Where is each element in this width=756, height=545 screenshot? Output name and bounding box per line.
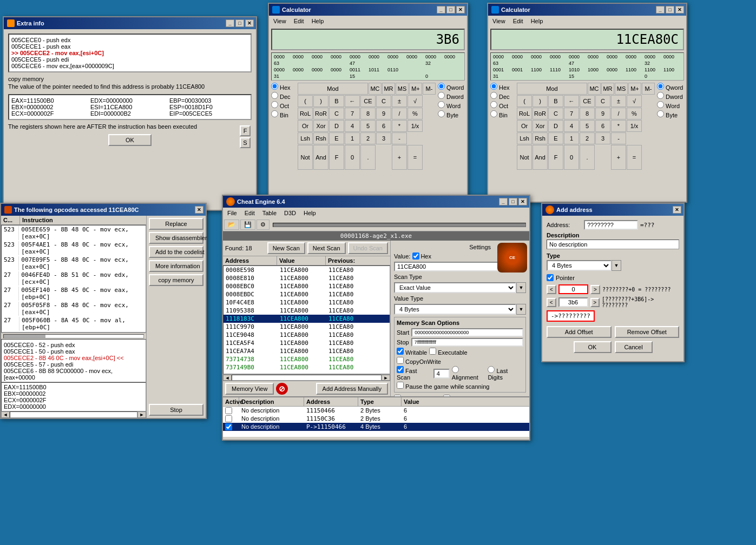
- calc-ror[interactable]: RoR: [313, 108, 328, 119]
- calc-1[interactable]: 1: [345, 132, 360, 144]
- fast-scan-input[interactable]: [433, 369, 450, 378]
- active-cb-3[interactable]: [225, 423, 232, 430]
- calc-r-close[interactable]: ): [533, 95, 548, 107]
- hex-checkbox-label[interactable]: Hex: [412, 252, 431, 260]
- f-button[interactable]: F: [240, 125, 251, 136]
- lower-hscroll[interactable]: ◄ ►: [1, 411, 146, 418]
- add-address-close[interactable]: ✕: [673, 206, 681, 214]
- stop-button[interactable]: Stop: [149, 404, 203, 416]
- pointer-row1-left[interactable]: <: [547, 285, 556, 294]
- extra-info-maximize[interactable]: □: [235, 19, 244, 27]
- radio-hex-r[interactable]: Hex: [490, 83, 515, 91]
- calc-r-9[interactable]: 9: [595, 108, 610, 119]
- calc-pct[interactable]: %: [407, 108, 423, 119]
- calc-8[interactable]: 8: [360, 108, 376, 119]
- radio-dword-r[interactable]: Dword: [657, 92, 684, 100]
- calc-6[interactable]: 6: [376, 120, 391, 132]
- calc-9[interactable]: 9: [376, 108, 391, 119]
- radio-hex[interactable]: Hex: [271, 83, 295, 91]
- show-disassembler-button[interactable]: Show disassembler: [149, 232, 203, 244]
- ce-minimize[interactable]: _: [499, 198, 508, 205]
- scan-results-list[interactable]: 0008E59811CEA80011CEA80 0008E81011CEA800…: [223, 265, 390, 374]
- calc-r-3[interactable]: 3: [595, 132, 610, 144]
- calc-backspace[interactable]: ←: [345, 95, 360, 107]
- ce-menu-table[interactable]: Table: [259, 209, 280, 217]
- radio-dword[interactable]: Dword: [438, 92, 465, 100]
- calc-mr[interactable]: MR: [382, 83, 395, 95]
- calc-plus[interactable]: +: [392, 145, 407, 170]
- pointer-row2-input[interactable]: [558, 297, 588, 307]
- calc-right-menu-help[interactable]: Help: [528, 17, 547, 25]
- writable-label[interactable]: Writable: [397, 348, 427, 356]
- fast-scan-label[interactable]: Fast Scan: [397, 366, 431, 381]
- opcodes-close[interactable]: ✕: [195, 206, 203, 214]
- calc-r-d[interactable]: D: [548, 120, 563, 132]
- pointer-row2-right[interactable]: >: [590, 298, 600, 307]
- calc-open-paren[interactable]: (: [298, 95, 313, 107]
- stop-input[interactable]: [411, 338, 523, 347]
- calc-r-e[interactable]: E: [548, 132, 563, 144]
- ce-menu-edit[interactable]: Edit: [241, 209, 258, 217]
- calc-f[interactable]: F: [329, 145, 344, 170]
- radio-dec-r[interactable]: Dec: [490, 92, 515, 100]
- delete-icon[interactable]: ⊘: [276, 383, 288, 395]
- calc-c[interactable]: C: [376, 95, 391, 107]
- calc-mplus[interactable]: M+: [409, 83, 422, 95]
- radio-word-r[interactable]: Word: [657, 101, 684, 109]
- pointer-row1-input[interactable]: [558, 284, 588, 294]
- calc-r-not[interactable]: Not: [517, 145, 532, 170]
- calc-minus[interactable]: -: [392, 132, 407, 144]
- last-digits-label[interactable]: Last Digits: [488, 366, 523, 381]
- calc-left-minimize[interactable]: _: [437, 6, 445, 14]
- calc-equals[interactable]: =: [407, 145, 423, 170]
- calc-r-c[interactable]: C: [595, 95, 610, 107]
- calc-r-2[interactable]: 2: [580, 132, 595, 144]
- calc-left-menu-help[interactable]: Help: [308, 17, 327, 25]
- calc-r-div[interactable]: /: [611, 108, 626, 119]
- calc-r-4[interactable]: 4: [564, 120, 579, 132]
- calc-r-6[interactable]: 6: [595, 120, 610, 132]
- calc-2[interactable]: 2: [360, 132, 376, 144]
- new-scan-button[interactable]: New Scan: [267, 242, 305, 254]
- calc-d[interactable]: D: [329, 120, 344, 132]
- calc-r-inv[interactable]: 1/x: [627, 120, 642, 132]
- add-to-codelist-button[interactable]: Add to the codelist: [149, 246, 203, 258]
- calc-r-mminus[interactable]: M-: [642, 83, 655, 95]
- calc-c2[interactable]: C: [329, 108, 344, 119]
- ce-menu-help[interactable]: Help: [300, 209, 319, 217]
- calc-r-and[interactable]: And: [533, 145, 548, 170]
- calc-xor[interactable]: Xor: [313, 120, 328, 132]
- calc-r-sqrt[interactable]: √: [627, 95, 642, 107]
- calc-5[interactable]: 5: [360, 120, 376, 132]
- scan-type-select[interactable]: Exact Value: [394, 282, 516, 293]
- calc-r-b[interactable]: B: [548, 95, 563, 107]
- calc-r-back[interactable]: ←: [564, 95, 579, 107]
- calc-r-dot[interactable]: .: [580, 145, 595, 170]
- calc-mminus[interactable]: M-: [423, 83, 436, 95]
- radio-word[interactable]: Word: [438, 101, 465, 109]
- scan-hscroll[interactable]: ◄ ►: [223, 374, 390, 381]
- radio-qword-r[interactable]: Qword: [657, 83, 684, 91]
- hex-checkbox[interactable]: [412, 252, 419, 260]
- calc-b-btn[interactable]: B: [329, 95, 344, 107]
- calc-r-0[interactable]: 0: [564, 145, 579, 170]
- copy-memory-button[interactable]: copy memory: [149, 274, 203, 286]
- calc-r-7[interactable]: 7: [564, 108, 579, 119]
- calc-r-open[interactable]: (: [517, 95, 532, 107]
- radio-oct-r[interactable]: Oct: [490, 101, 515, 109]
- calc-r-pm[interactable]: ±: [611, 95, 626, 107]
- calc-r-mod[interactable]: Mod: [517, 83, 587, 95]
- calc-div[interactable]: /: [392, 108, 407, 119]
- add-address-manually-button[interactable]: Add Address Manually: [316, 383, 388, 395]
- ce-toolbar-settings[interactable]: ⚙: [257, 220, 269, 230]
- radio-bin-r[interactable]: Bin: [490, 110, 515, 118]
- calc-r-f[interactable]: F: [548, 145, 563, 170]
- s-button[interactable]: S: [240, 137, 251, 148]
- calc-0[interactable]: 0: [345, 145, 360, 170]
- calc-r-xor[interactable]: Xor: [533, 120, 548, 132]
- calc-sqrt[interactable]: √: [407, 95, 423, 107]
- extra-info-minimize[interactable]: _: [226, 19, 234, 27]
- ce-close[interactable]: ✕: [518, 198, 527, 205]
- radio-byte[interactable]: Byte: [438, 110, 465, 118]
- add-offset-button[interactable]: Add Offset: [547, 326, 612, 338]
